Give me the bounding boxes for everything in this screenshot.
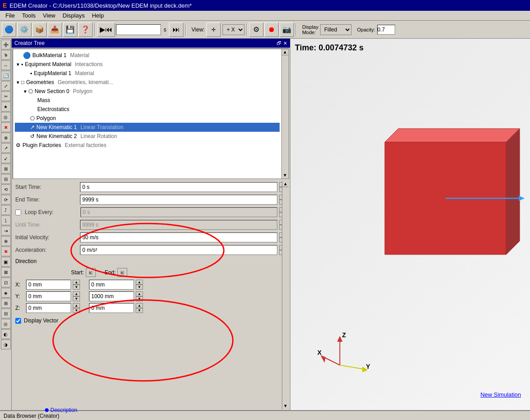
start-time-input[interactable] — [80, 182, 277, 192]
z-start-down[interactable]: ▼ — [73, 308, 80, 313]
tree-item-plugin-factories[interactable]: ⚙ Plugin Factories External factories — [15, 141, 280, 150]
y-start-up[interactable]: ▲ — [73, 291, 80, 296]
toolbar-btn-2[interactable]: ⚙️ — [17, 22, 31, 37]
y-end-input[interactable] — [89, 291, 134, 301]
toolbar-btn-1[interactable]: 🔵 — [2, 22, 16, 37]
y-start-input[interactable] — [26, 291, 71, 301]
toolbar-btn-7[interactable]: ⏭ — [169, 22, 183, 37]
tree-scroll-up[interactable]: ▲ — [282, 49, 288, 55]
side-btn-13[interactable]: ⟲ — [1, 184, 11, 194]
side-btn-15[interactable]: ⤴ — [1, 205, 11, 215]
z-start-up[interactable]: ▲ — [73, 303, 80, 308]
tree-item-electrostatics[interactable]: Electrostatics — [15, 105, 280, 114]
acceleration-input[interactable] — [80, 245, 277, 255]
side-btn-24[interactable]: ⊞ — [1, 298, 11, 308]
gear-icon[interactable]: ⚙ — [249, 22, 263, 37]
tree-scroll-down[interactable]: ▼ — [282, 172, 288, 179]
side-btn-14[interactable]: ⟳ — [1, 195, 11, 205]
toolbar-btn-5[interactable]: 💾 — [63, 22, 77, 37]
initial-velocity-input[interactable] — [80, 232, 277, 242]
side-btn-18[interactable]: ⊕ — [1, 236, 11, 246]
tree-item-new-section[interactable]: ▼ ⬠ New Section 0 Polygon — [15, 87, 280, 96]
menu-file[interactable]: File — [2, 11, 18, 20]
loop-every-checkbox[interactable] — [15, 210, 21, 215]
x-end-up[interactable]: ▲ — [136, 280, 143, 285]
side-btn-21[interactable]: ⊠ — [1, 267, 11, 277]
menu-view[interactable]: View — [39, 11, 59, 20]
side-btn-20[interactable]: ▣ — [1, 257, 11, 267]
view-crosshair-btn[interactable]: ✛ — [206, 22, 221, 37]
tree-item-polygon[interactable]: ⬠ Polygon — [15, 114, 280, 123]
x-end-input[interactable] — [89, 280, 134, 290]
toolbar-btn-8[interactable]: 📷 — [280, 22, 294, 37]
display-vector-checkbox[interactable] — [15, 318, 21, 324]
menu-help[interactable]: Help — [88, 11, 107, 20]
side-btn-26[interactable]: ◎ — [1, 319, 11, 329]
side-btn-23[interactable]: ◈ — [1, 288, 11, 298]
x-end-down[interactable]: ▼ — [136, 285, 143, 290]
until-time-input[interactable] — [80, 220, 277, 230]
new-simulation-link[interactable]: New Simulation — [481, 391, 521, 398]
tree-scrollbar[interactable]: ▲ ▼ — [281, 49, 289, 179]
opacity-input[interactable] — [377, 25, 395, 35]
side-btn-10[interactable]: ↙ — [1, 153, 11, 163]
tree-item-bulkmaterial[interactable]: 🔵 BulkMaterial 1 Material — [15, 51, 280, 60]
props-scroll-up[interactable]: ▲ — [282, 181, 289, 187]
y-end-up[interactable]: ▲ — [136, 291, 143, 296]
side-btn-7[interactable]: ◎ — [1, 112, 11, 122]
end-time-input[interactable] — [80, 195, 277, 205]
panel-close-btn[interactable]: ✕ — [283, 40, 287, 46]
record-btn[interactable]: ⏺ — [264, 22, 279, 37]
side-btn-19[interactable]: ✖ — [1, 246, 11, 256]
side-btn-8[interactable]: ⊕ — [1, 133, 11, 143]
view-dropdown[interactable]: + X + Y + Z — [223, 24, 245, 35]
side-btn-17[interactable]: ⇥ — [1, 226, 11, 236]
side-btn-16[interactable]: ⤵ — [1, 215, 11, 225]
side-btn-28[interactable]: ◑ — [1, 340, 11, 349]
tree-item-geometries[interactable]: ▼ □ Geometries Geometries, kinemati... — [15, 78, 280, 87]
side-btn-red[interactable]: ✖ — [1, 122, 11, 132]
start-ic-btn[interactable]: ic — [86, 268, 96, 277]
x-start-down[interactable]: ▼ — [73, 285, 80, 290]
end-ic-btn[interactable]: ic — [117, 268, 127, 277]
panel-restore-btn[interactable]: 🗗 — [276, 40, 281, 46]
z-start-input[interactable] — [26, 303, 71, 313]
props-scroll-down[interactable]: ▼ — [282, 403, 289, 409]
tree-item-mass[interactable]: Mass — [15, 96, 280, 105]
side-btn-9[interactable]: ↗ — [1, 143, 11, 153]
x-start-up[interactable]: ▲ — [73, 280, 80, 285]
side-btn-12[interactable]: ⊟ — [1, 174, 11, 184]
x-start-input[interactable] — [26, 280, 71, 290]
tree-item-equipmaterial[interactable]: ▪ EquipMaterial 1 Material — [15, 69, 280, 78]
side-btn-6[interactable]: ★ — [1, 102, 11, 112]
menu-tools[interactable]: Tools — [18, 11, 39, 20]
y-start-down[interactable]: ▼ — [73, 296, 80, 301]
toolbar-btn-6[interactable]: ❓ — [78, 22, 93, 37]
menu-displays[interactable]: Displays — [59, 11, 88, 20]
description-link[interactable]: Description — [50, 407, 77, 413]
y-end-down[interactable]: ▼ — [136, 296, 143, 301]
side-btn-25[interactable]: ⊟ — [1, 308, 11, 318]
play-button[interactable]: ▶⏮ — [97, 22, 115, 37]
z-end-up[interactable]: ▲ — [136, 303, 143, 308]
side-btn-5[interactable]: ✂ — [1, 91, 11, 101]
z-end-input[interactable] — [89, 303, 134, 313]
toolbar-btn-4[interactable]: 📥 — [48, 22, 62, 37]
tree-item-kinematic1[interactable]: ↗ New Kinematic 1 Linear Translation — [15, 123, 280, 132]
loop-every-input[interactable] — [80, 207, 277, 217]
tree-item-kinematic2[interactable]: ↺ New Kinematic 2 Linear Rotation — [15, 132, 280, 141]
side-btn-22[interactable]: ⊡ — [1, 277, 11, 287]
side-btn-move[interactable]: ↔ — [1, 60, 11, 70]
tree-item-equipment-material[interactable]: ▼ ▪ Equipment Material Interactions — [15, 60, 280, 69]
side-btn-add[interactable]: ➕ — [1, 40, 11, 49]
properties-scrollbar[interactable]: ▲ ▼ — [282, 181, 289, 409]
side-btn-scale[interactable]: ⤢ — [1, 81, 11, 91]
side-btn-rotate[interactable]: 🔄 — [1, 71, 11, 80]
z-end-down[interactable]: ▼ — [136, 308, 143, 313]
side-btn-11[interactable]: ⊞ — [1, 164, 11, 174]
side-btn-select[interactable]: 🖱 — [1, 50, 11, 60]
display-mode-dropdown[interactable]: Filled — [320, 24, 352, 35]
time-input[interactable]: 0.0074732 — [116, 24, 161, 35]
toolbar-btn-3[interactable]: 📦 — [32, 22, 47, 37]
side-btn-27[interactable]: ◐ — [1, 329, 11, 339]
